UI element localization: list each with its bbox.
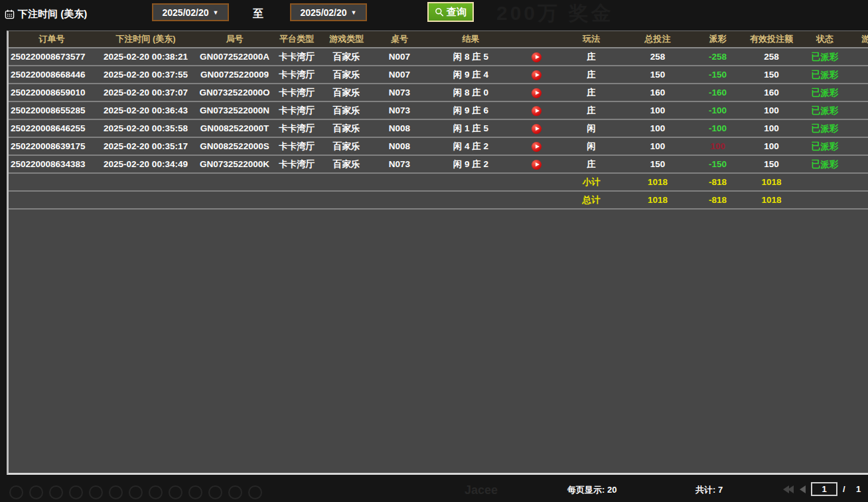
cell-cutoff — [851, 101, 868, 119]
cell-table-no: N007 — [372, 66, 427, 84]
replay-play-button[interactable] — [532, 160, 542, 170]
play-icon — [536, 162, 540, 166]
cell-bet-side: 庄 — [558, 66, 624, 84]
record-count-label: 共计: 7 — [695, 484, 723, 496]
subtotal-total-bet: 1018 — [624, 173, 691, 191]
col-header-table-no: 桌号 — [372, 31, 427, 48]
cell-bet-time: 2025-02-20 00:37:55 — [95, 66, 196, 84]
cell-platform: 卡卡湾厅 — [273, 66, 321, 84]
col-header-round-id: 局号 — [196, 31, 273, 48]
grand-total-valid-bet: 1018 — [745, 191, 798, 209]
filter-bar: 下注时间 (美东) 2025/02/20 ▼ 至 2025/02/20 ▼ 查询 — [0, 0, 868, 31]
subtotal-row: 小计 1018 -818 1018 — [9, 173, 868, 191]
subtotal-valid-bet: 1018 — [745, 173, 798, 191]
cell-bet-side: 庄 — [558, 101, 624, 119]
table-header-row: 订单号 下注时间 (美东) 局号 平台类型 游戏类型 桌号 结果 玩法 总投注 … — [9, 31, 868, 48]
cell-platform: 卡卡湾厅 — [273, 84, 321, 101]
cell-platform: 卡卡湾厅 — [273, 137, 321, 155]
cell-table-no: N073 — [372, 155, 427, 173]
query-button[interactable]: 查询 — [427, 2, 474, 22]
cell-payout: -160 — [691, 84, 745, 101]
subtotal-label: 小计 — [558, 173, 624, 191]
table-row: 250220008673577 2025-02-20 00:38:21 GN00… — [9, 48, 868, 66]
cell-total-bet: 100 — [624, 101, 691, 119]
grand-total-label: 总计 — [558, 191, 624, 209]
cell-order-id: 250220008655285 — [9, 101, 95, 119]
cell-order-id: 250220008659010 — [9, 84, 95, 101]
start-date-select[interactable]: 2025/02/20 ▼ — [152, 3, 229, 21]
cell-game-type: 百家乐 — [321, 155, 372, 173]
replay-play-button[interactable] — [532, 52, 542, 62]
cell-result: 闲 8 庄 0 — [427, 84, 515, 101]
pagination-bar: 每页显示: 20 共计: 7 / 1 — [0, 477, 868, 502]
cell-round-id: GN00725220009 — [196, 66, 273, 84]
page-separator: / — [843, 484, 845, 494]
cell-payout: -150 — [691, 155, 745, 173]
col-header-bet-time: 下注时间 (美东) — [95, 31, 196, 48]
play-icon — [536, 73, 540, 77]
cell-cutoff — [851, 119, 868, 137]
cell-cutoff — [851, 66, 868, 84]
cell-valid-bet: 100 — [745, 137, 798, 155]
play-icon — [536, 109, 540, 113]
prev-page-button[interactable] — [800, 485, 806, 493]
cell-payout: -150 — [691, 66, 745, 84]
cell-total-bet: 100 — [624, 119, 691, 137]
replay-play-button[interactable] — [532, 88, 542, 98]
cell-table-no: N008 — [372, 137, 427, 155]
query-button-label: 查询 — [447, 6, 467, 19]
cell-round-id: GN0082522000S — [196, 137, 273, 155]
chevron-down-icon: ▼ — [213, 9, 219, 16]
cell-total-bet: 160 — [624, 84, 691, 101]
cell-replay — [515, 119, 558, 137]
cell-total-bet: 150 — [624, 66, 691, 84]
cell-order-id: 250220008673577 — [9, 48, 95, 66]
cell-game-type: 百家乐 — [321, 84, 372, 101]
cell-table-no: N007 — [372, 48, 427, 66]
cell-order-id: 250220008639175 — [9, 137, 95, 155]
page-title: 下注时间 (美东) — [18, 8, 87, 21]
cell-total-bet: 100 — [624, 137, 691, 155]
cell-replay — [515, 84, 558, 101]
cell-total-bet: 258 — [624, 48, 691, 66]
cell-valid-bet: 150 — [745, 66, 798, 84]
replay-play-button[interactable] — [532, 106, 542, 116]
replay-play-button[interactable] — [532, 142, 542, 152]
cell-game-type: 百家乐 — [321, 66, 372, 84]
cell-table-no: N008 — [372, 119, 427, 137]
cell-status: 已派彩 — [798, 119, 851, 137]
cell-game-type: 百家乐 — [321, 48, 372, 66]
cell-round-id: GN0082522000T — [196, 119, 273, 137]
cell-result: 闲 9 庄 4 — [427, 66, 515, 84]
chevron-down-icon: ▼ — [351, 9, 357, 16]
first-page-button[interactable] — [783, 485, 794, 493]
cell-status: 已派彩 — [798, 137, 851, 155]
cell-status: 已派彩 — [798, 101, 851, 119]
table-row: 250220008634383 2025-02-20 00:34:49 GN07… — [9, 155, 868, 173]
cell-bet-side: 闲 — [558, 119, 624, 137]
cell-valid-bet: 150 — [745, 155, 798, 173]
cell-status: 已派彩 — [798, 84, 851, 101]
replay-play-button[interactable] — [532, 70, 542, 80]
replay-play-button[interactable] — [532, 124, 542, 134]
col-header-valid-bet: 有效投注额 — [745, 31, 798, 48]
col-header-bet-side: 玩法 — [558, 31, 624, 48]
calendar-icon — [5, 9, 15, 19]
bet-records-table-wrap: 订单号 下注时间 (美东) 局号 平台类型 游戏类型 桌号 结果 玩法 总投注 … — [7, 31, 868, 475]
page-input[interactable] — [811, 482, 837, 496]
end-date-select[interactable]: 2025/02/20 ▼ — [290, 3, 367, 21]
cell-bet-time: 2025-02-20 00:38:21 — [95, 48, 196, 66]
cell-game-type: 百家乐 — [321, 137, 372, 155]
total-pages-label: 1 — [856, 484, 861, 494]
cell-status: 已派彩 — [798, 48, 851, 66]
cell-cutoff — [851, 155, 868, 173]
col-header-replay — [515, 31, 558, 48]
subtotal-payout: -818 — [691, 173, 745, 191]
cell-replay — [515, 101, 558, 119]
cell-game-type: 百家乐 — [321, 119, 372, 137]
table-row: 250220008639175 2025-02-20 00:35:17 GN00… — [9, 137, 868, 155]
cell-cutoff — [851, 137, 868, 155]
start-date-value: 2025/02/20 — [163, 7, 209, 18]
cell-replay — [515, 155, 558, 173]
cell-status: 已派彩 — [798, 66, 851, 84]
